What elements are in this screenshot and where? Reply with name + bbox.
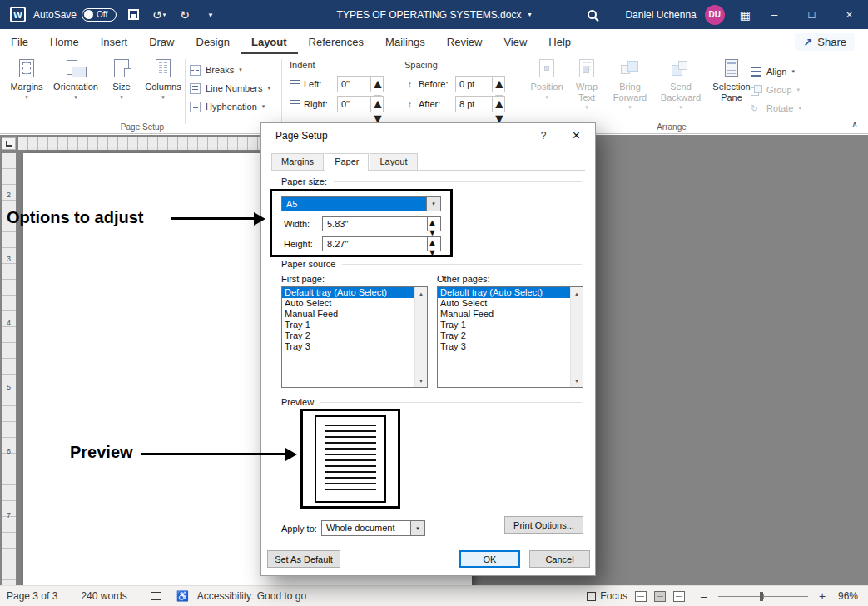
spin-up-icon[interactable]: ▲ bbox=[493, 97, 504, 112]
tray-option[interactable]: Manual Feed bbox=[282, 309, 414, 320]
accessibility-icon[interactable]: ♿ bbox=[176, 590, 189, 602]
zoom-slider-thumb[interactable] bbox=[760, 592, 763, 601]
tab-layout[interactable]: Layout bbox=[241, 29, 298, 54]
search-icon[interactable] bbox=[588, 10, 597, 19]
tab-insert[interactable]: Insert bbox=[90, 29, 139, 54]
quick-access-menu-button[interactable]: ▾ bbox=[201, 0, 220, 29]
selection-pane-button[interactable]: Selection Pane bbox=[709, 57, 754, 111]
paper-size-dropdown[interactable]: A5 ▾ bbox=[281, 196, 441, 211]
minimize-button[interactable]: – bbox=[756, 0, 793, 29]
tray-option[interactable]: Auto Select bbox=[282, 298, 414, 309]
focus-button[interactable]: Focus bbox=[600, 590, 627, 602]
bring-forward-button[interactable]: Bring Forward ▾ bbox=[608, 57, 652, 111]
maximize-button[interactable]: □ bbox=[793, 0, 831, 29]
hyphenation-button[interactable]: Hyphenation ▾ bbox=[190, 97, 270, 116]
first-page-tray-list[interactable]: Default tray (Auto Select) Auto Select M… bbox=[281, 286, 428, 388]
tray-option[interactable]: Tray 3 bbox=[282, 341, 414, 352]
indent-left-input[interactable]: 0" ▲▼ bbox=[337, 76, 384, 92]
orientation-button[interactable]: Orientation ▾ bbox=[50, 57, 102, 101]
autosave-pill[interactable]: Off bbox=[82, 8, 117, 22]
proofing-icon[interactable] bbox=[151, 592, 161, 600]
indent-right-input[interactable]: 0" ▲▼ bbox=[337, 96, 384, 112]
avatar[interactable]: DU bbox=[705, 5, 725, 25]
height-input[interactable]: 8.27" ▲▼ bbox=[322, 236, 441, 251]
spin-down-icon[interactable]: ▼ bbox=[428, 247, 440, 257]
tab-view[interactable]: View bbox=[493, 29, 538, 54]
rotate-button[interactable]: ↻ Rotate ▾ bbox=[751, 99, 816, 117]
dialog-tab-paper[interactable]: Paper bbox=[325, 153, 369, 171]
tab-home[interactable]: Home bbox=[39, 29, 90, 54]
spacing-before-input[interactable]: 0 pt ▲▼ bbox=[455, 76, 505, 92]
position-button[interactable]: Position ▾ bbox=[528, 57, 566, 111]
scroll-down-icon[interactable]: ▼ bbox=[415, 375, 427, 387]
tray-option[interactable]: Manual Feed bbox=[438, 309, 570, 320]
read-mode-button[interactable] bbox=[635, 591, 647, 602]
size-button[interactable]: Size ▾ bbox=[105, 57, 138, 101]
close-button[interactable]: × bbox=[831, 0, 868, 29]
zoom-in-button[interactable]: + bbox=[815, 589, 830, 603]
spin-up-icon[interactable]: ▲ bbox=[428, 217, 440, 227]
tray-option[interactable]: Tray 1 bbox=[282, 320, 414, 330]
spin-up-icon[interactable]: ▲ bbox=[428, 237, 440, 247]
columns-button[interactable]: Columns ▾ bbox=[141, 57, 185, 101]
tab-design[interactable]: Design bbox=[186, 29, 241, 54]
spin-up-icon[interactable]: ▲ bbox=[493, 77, 504, 92]
tray-option[interactable]: Default tray (Auto Select) bbox=[438, 287, 570, 298]
align-button[interactable]: Align ▾ bbox=[751, 62, 816, 81]
width-input[interactable]: 5.83" ▲▼ bbox=[322, 216, 441, 231]
dialog-close-button[interactable]: × bbox=[558, 123, 595, 147]
set-as-default-button[interactable]: Set As Default bbox=[267, 550, 340, 568]
scroll-up-icon[interactable]: ▲ bbox=[415, 287, 427, 300]
ok-button[interactable]: OK bbox=[459, 550, 520, 568]
scrollbar[interactable]: ▲ ▼ bbox=[570, 287, 583, 387]
dialog-title-bar[interactable]: Page Setup ? × bbox=[261, 123, 595, 147]
tray-option[interactable]: Auto Select bbox=[438, 298, 570, 309]
dialog-tab-layout[interactable]: Layout bbox=[370, 153, 417, 170]
spin-up-icon[interactable]: ▲ bbox=[371, 77, 383, 92]
spacing-after-input[interactable]: 8 pt ▲▼ bbox=[455, 96, 505, 112]
document-title-menu[interactable]: TYPES OF OPERATING SYSTEMS.docx ▾ bbox=[337, 0, 532, 29]
tab-references[interactable]: References bbox=[298, 29, 374, 54]
dialog-tab-margins[interactable]: Margins bbox=[271, 153, 324, 170]
margins-button[interactable]: Margins ▾ bbox=[7, 57, 47, 101]
tab-file[interactable]: File bbox=[0, 29, 39, 54]
redo-button[interactable]: ↻ bbox=[176, 0, 194, 29]
collapse-ribbon-button[interactable]: ∧ bbox=[851, 119, 858, 130]
other-pages-tray-list[interactable]: Default tray (Auto Select) Auto Select M… bbox=[437, 286, 583, 388]
autosave-toggle[interactable]: AutoSave Off bbox=[33, 8, 117, 22]
line-numbers-button[interactable]: Line Numbers ▾ bbox=[190, 79, 270, 97]
page-indicator[interactable]: Page 3 of 3 bbox=[0, 590, 62, 602]
send-backward-button[interactable]: Send Backward ▾ bbox=[655, 57, 707, 111]
tray-option[interactable]: Tray 2 bbox=[282, 330, 414, 341]
tray-option[interactable]: Tray 2 bbox=[438, 330, 570, 341]
zoom-level[interactable]: 96% bbox=[830, 590, 858, 602]
share-button[interactable]: ↗ Share bbox=[795, 33, 855, 51]
zoom-slider[interactable] bbox=[718, 596, 808, 597]
scroll-up-icon[interactable]: ▲ bbox=[571, 287, 583, 300]
dropdown-arrow-icon[interactable]: ▾ bbox=[426, 197, 440, 211]
tray-option[interactable]: Tray 1 bbox=[438, 320, 570, 330]
breaks-button[interactable]: Breaks ▾ bbox=[190, 61, 270, 79]
undo-button[interactable]: ↺▾ bbox=[150, 0, 168, 29]
tray-option[interactable]: Default tray (Auto Select) bbox=[282, 287, 414, 298]
ribbon-display-options-icon[interactable]: ▦ bbox=[740, 8, 751, 22]
print-options-button[interactable]: Print Options... bbox=[504, 516, 583, 534]
word-count[interactable]: 240 words bbox=[76, 590, 131, 602]
dropdown-arrow-icon[interactable]: ▾ bbox=[410, 521, 424, 535]
dialog-help-button[interactable]: ? bbox=[529, 123, 558, 147]
accessibility-status[interactable]: Accessibility: Good to go bbox=[192, 590, 311, 602]
tab-review[interactable]: Review bbox=[436, 29, 494, 54]
zoom-out-button[interactable]: – bbox=[697, 589, 712, 603]
group-button[interactable]: Group ▾ bbox=[751, 81, 816, 99]
tab-stop-selector[interactable] bbox=[2, 137, 16, 150]
word-logo-icon[interactable]: W bbox=[10, 7, 26, 22]
wrap-text-button[interactable]: Wrap Text ▾ bbox=[568, 57, 605, 111]
tab-mailings[interactable]: Mailings bbox=[374, 29, 436, 54]
apply-to-dropdown[interactable]: Whole document ▾ bbox=[321, 520, 425, 536]
cancel-button[interactable]: Cancel bbox=[529, 550, 590, 568]
scrollbar[interactable]: ▲ ▼ bbox=[414, 287, 427, 387]
web-layout-button[interactable] bbox=[673, 591, 685, 602]
scroll-down-icon[interactable]: ▼ bbox=[571, 375, 583, 387]
spin-up-icon[interactable]: ▲ bbox=[371, 97, 383, 112]
tray-option[interactable]: Tray 3 bbox=[438, 341, 570, 352]
